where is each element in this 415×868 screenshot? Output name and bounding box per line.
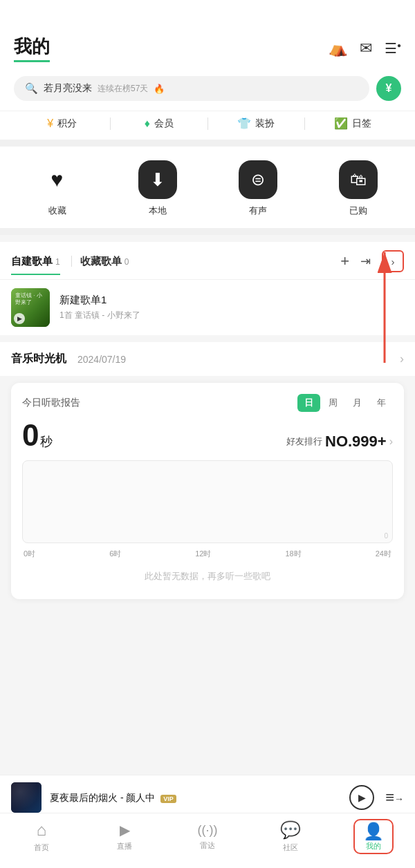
func-item-purchased[interactable]: 🛍 已购 — [331, 160, 386, 217]
nav-item-live[interactable]: ▶ 直播 — [83, 822, 166, 851]
spacer-2 — [0, 228, 415, 235]
score-label: 积分 — [57, 117, 77, 130]
play-overlay-icon: ▶ — [14, 313, 25, 324]
tab-day[interactable]: 日 — [297, 394, 320, 412]
playlist-items-container: 童话镇 · 小野来了 ▶ 新建歌单1 1首 童话镇 - 小野来了 — [0, 280, 415, 335]
rank-label: 好友排行 — [286, 435, 322, 448]
time-machine-section[interactable]: 音乐时光机 2024/07/19 › — [0, 342, 415, 376]
chart-label-0h: 0时 — [24, 549, 35, 559]
audio-label: 有声 — [249, 205, 267, 217]
chart-label-6h: 6时 — [109, 549, 121, 559]
friend-ranking[interactable]: 好友排行 NO.999+ › — [286, 433, 393, 451]
audio-icon-wrap: ⊜ — [239, 160, 277, 199]
time-machine-date: 2024/07/19 — [77, 354, 126, 365]
report-header: 今日听歌报告 日 周 月 年 — [22, 394, 393, 412]
import-playlist-button[interactable]: ⇥ — [360, 254, 371, 269]
spacer-1 — [0, 140, 415, 147]
nav-item-home[interactable]: ⌂ 首页 — [0, 820, 83, 853]
expand-playlist-button[interactable]: › — [382, 250, 404, 272]
report-stats: 0 秒 好友排行 NO.999+ › — [22, 420, 393, 451]
quick-item-outfit[interactable]: 👕 装扮 — [208, 117, 304, 130]
page-title: 我的 — [14, 35, 50, 62]
vip-badge: VIP — [160, 795, 176, 803]
playlist-name: 新建歌单1 — [59, 294, 404, 307]
tent-icon[interactable]: ⛺ — [329, 39, 347, 57]
queue-button[interactable]: ≡→ — [385, 789, 404, 806]
bottom-spacer — [0, 606, 415, 648]
now-playing-thumbnail — [11, 782, 42, 813]
report-period-tabs: 日 周 月 年 — [297, 394, 393, 412]
daily-report-card: 今日听歌报告 日 周 月 年 0 秒 好友排行 NO.999+ › 0 0时 6… — [11, 383, 404, 599]
rank-value: NO.999+ — [325, 433, 387, 451]
mine-active-outline: 👤 我的 — [353, 819, 394, 854]
live-icon: ▶ — [120, 822, 130, 838]
search-bar[interactable]: 🔍 若月亮没来 连续在榜57天 🔥 — [14, 76, 369, 101]
favorite-label: 收藏 — [48, 205, 66, 217]
report-title: 今日听歌报告 — [22, 397, 80, 409]
audio-icon: ⊜ — [251, 170, 265, 189]
search-section: 🔍 若月亮没来 连续在榜57天 🔥 ¥ — [0, 69, 415, 111]
tab-month[interactable]: 月 — [346, 394, 369, 412]
quick-item-vip[interactable]: ♦ 会员 — [111, 117, 207, 130]
time-unit: 秒 — [40, 433, 53, 450]
chart-zero-label: 0 — [384, 532, 388, 540]
func-item-local[interactable]: ⬇ 本地 — [130, 160, 185, 217]
tab-self-created[interactable]: 自建歌单1 — [11, 255, 60, 275]
purchased-icon-wrap: 🛍 — [339, 160, 378, 199]
mine-label: 我的 — [363, 841, 384, 851]
heart-icon: ♥ — [51, 168, 64, 191]
time-number: 0 — [22, 420, 39, 451]
quick-item-daily[interactable]: ✅ 日签 — [305, 117, 401, 130]
now-playing-title: 夏夜最后的烟火 - 颜人中 VIP — [50, 792, 176, 803]
favorite-icon-wrap: ♥ — [38, 160, 77, 199]
time-machine-info: 音乐时光机 2024/07/19 — [11, 352, 126, 366]
func-item-favorite[interactable]: ♥ 收藏 — [30, 160, 85, 217]
nav-item-community[interactable]: 💬 社区 — [249, 820, 332, 853]
chart-empty-message: 此处暂无数据，再多听一些歌吧 — [22, 567, 393, 588]
play-pause-button[interactable]: ▶ — [349, 785, 374, 810]
mine-icon: 👤 — [363, 822, 384, 840]
community-label: 社区 — [283, 842, 298, 853]
home-label: 首页 — [34, 842, 49, 853]
community-icon: 💬 — [280, 820, 301, 840]
yuan-button[interactable]: ¥ — [376, 76, 401, 101]
tab-week[interactable]: 周 — [322, 394, 344, 412]
playback-controls: ▶ ≡→ — [349, 785, 404, 810]
time-machine-title: 音乐时光机 — [11, 352, 66, 366]
purchased-label: 已购 — [349, 205, 367, 217]
outfit-label: 装扮 — [255, 117, 275, 130]
tab-collected[interactable]: 收藏歌单0 — [80, 255, 129, 275]
score-icon: ¥ — [47, 117, 53, 130]
header-icons: ⛺ ✉ ☰● — [329, 39, 401, 57]
nav-item-radar[interactable]: ((·)) 雷达 — [166, 823, 249, 851]
func-item-audio[interactable]: ⊜ 有声 — [230, 160, 286, 217]
add-playlist-button[interactable]: + — [340, 252, 349, 270]
tab-year[interactable]: 年 — [370, 394, 393, 412]
fire-icon: 🔥 — [154, 84, 165, 94]
playlist-section: 自建歌单1 收藏歌单0 + ⇥ › 童话镇 · 小野来了 ▶ 新建歌单1 1首 … — [0, 242, 415, 335]
bag-icon: 🛍 — [350, 170, 367, 189]
chart-label-24h: 24时 — [376, 549, 391, 559]
quick-menu: ¥ 积分 ♦ 会员 👕 装扮 ✅ 日签 — [0, 111, 415, 140]
playlist-thumb-text: 童话镇 · 小野来了 — [15, 292, 46, 307]
queue-arrow-icon: → — [394, 793, 404, 804]
playlist-info: 新建歌单1 1首 童话镇 - 小野来了 — [59, 294, 404, 321]
menu-list-icon[interactable]: ☰● — [385, 40, 401, 57]
playlist-item[interactable]: 童话镇 · 小野来了 ▶ 新建歌单1 1首 童话镇 - 小野来了 — [0, 280, 415, 335]
local-label: 本地 — [149, 205, 167, 217]
time-machine-chevron-icon: › — [400, 352, 404, 366]
radar-icon: ((·)) — [198, 823, 218, 838]
queue-icon: ≡ — [385, 789, 394, 806]
func-section: ♥ 收藏 ⬇ 本地 ⊜ 有声 🛍 已购 — [0, 147, 415, 228]
listening-time: 0 秒 — [22, 420, 53, 451]
quick-item-score[interactable]: ¥ 积分 — [14, 117, 110, 130]
bottom-nav-container: ⌂ 首页 ▶ 直播 ((·)) 雷达 💬 社区 👤 我的 — [0, 813, 415, 868]
rank-chevron-icon: › — [389, 435, 393, 448]
home-icon: ⌂ — [37, 820, 47, 840]
header: 我的 ⛺ ✉ ☰● — [0, 0, 415, 69]
daily-icon: ✅ — [334, 117, 348, 130]
mail-icon[interactable]: ✉ — [360, 39, 372, 57]
chart-x-labels: 0时 6时 12时 18时 24时 — [22, 549, 393, 559]
nav-item-mine[interactable]: 👤 我的 — [332, 819, 415, 854]
chart-label-18h: 18时 — [286, 549, 302, 559]
